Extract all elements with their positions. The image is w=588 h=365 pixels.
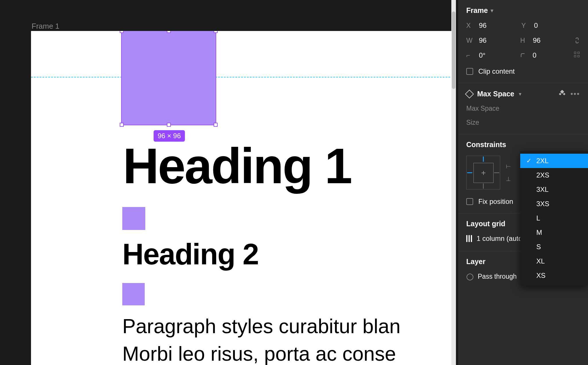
size-option-3xl[interactable]: ✓3XL — [520, 182, 588, 197]
svg-rect-6 — [563, 93, 565, 95]
y-value: 0 — [534, 22, 538, 30]
columns-icon — [466, 235, 472, 242]
heading-1-text[interactable]: Heading 1 — [123, 137, 351, 195]
h-value: 96 — [533, 36, 541, 44]
clip-content-checkbox[interactable]: Clip content — [466, 67, 580, 75]
h-field[interactable]: H 96 — [520, 36, 567, 44]
corner-radius-value: 0 — [533, 51, 536, 59]
resize-handle-bottom-right[interactable] — [214, 123, 218, 127]
spacer-shape-1[interactable] — [122, 207, 145, 230]
vertical-constraint-icon: ⊥ — [506, 175, 511, 182]
size-option-label: 3XL — [536, 186, 549, 194]
svg-rect-3 — [578, 55, 579, 57]
inspector-panel: Frame ▾ X 96 Y 0 W 96 H 96 — [458, 0, 588, 365]
independent-corners-icon[interactable] — [574, 51, 580, 59]
size-option-s[interactable]: ✓S — [520, 240, 588, 254]
selected-shape[interactable] — [122, 31, 216, 125]
size-option-label: M — [536, 229, 542, 237]
y-label: Y — [521, 22, 529, 30]
canvas-area[interactable]: Frame 1 96 × 96 Heading 1 Heading 2 Para… — [0, 0, 456, 365]
x-label: X — [466, 22, 474, 30]
chevron-down-icon: ▾ — [491, 7, 493, 14]
layout-grid-value: 1 column (auto) — [477, 235, 525, 243]
size-option-label: 3XS — [536, 200, 549, 208]
resize-handle-bottom-middle[interactable] — [167, 123, 171, 127]
constraints-title: Constraints — [466, 140, 580, 149]
svg-rect-1 — [578, 52, 579, 54]
size-option-label: 2XL — [536, 157, 549, 165]
frame-section-title[interactable]: Frame ▾ — [466, 6, 580, 15]
horizontal-guide[interactable] — [31, 77, 456, 77]
clip-content-label: Clip content — [478, 67, 515, 75]
frame-section: Frame ▾ X 96 Y 0 W 96 H 96 — [458, 0, 588, 83]
size-option-label: S — [536, 243, 541, 251]
size-option-label: L — [536, 214, 540, 222]
svg-rect-2 — [574, 55, 576, 57]
frame-1[interactable]: 96 × 96 Heading 1 Heading 2 Paragraph st… — [31, 31, 456, 365]
blend-mode-icon: ◯ — [466, 273, 474, 280]
x-value: 96 — [479, 22, 487, 30]
horizontal-constraint-icon: ⊢ — [506, 163, 511, 170]
y-field[interactable]: Y 0 — [521, 22, 569, 30]
heading-2-text[interactable]: Heading 2 — [122, 237, 258, 271]
svg-rect-4 — [560, 90, 564, 94]
more-options-icon[interactable]: ••• — [570, 89, 580, 98]
resize-handle-top-left[interactable] — [120, 31, 124, 33]
svg-rect-0 — [574, 52, 576, 54]
x-field[interactable]: X 96 — [466, 22, 514, 30]
component-diamond-icon — [465, 89, 474, 98]
blend-mode-value[interactable]: Pass through — [478, 273, 517, 280]
angle-icon: ⌐ — [466, 52, 474, 59]
component-name[interactable]: Max Space — [477, 90, 514, 98]
size-option-3xs[interactable]: ✓3XS — [520, 197, 588, 211]
w-value: 96 — [479, 36, 487, 44]
paragraph-text-2[interactable]: Morbi leo risus, porta ac conse — [122, 342, 396, 365]
rotation-value: 0° — [479, 51, 486, 59]
resize-handle-top-right[interactable] — [214, 31, 218, 33]
checkbox-icon — [466, 198, 473, 205]
constraints-widget[interactable]: + — [466, 156, 500, 190]
size-option-2xs[interactable]: ✓2XS — [520, 168, 588, 182]
svg-rect-5 — [559, 93, 561, 95]
swap-instance-icon[interactable] — [559, 89, 565, 98]
rotation-field[interactable]: ⌐ 0° — [466, 51, 512, 59]
paragraph-text-1[interactable]: Paragraph styles curabitur blan — [122, 315, 401, 338]
size-option-xs[interactable]: ✓XS — [520, 268, 588, 283]
frame-label[interactable]: Frame 1 — [32, 22, 59, 31]
check-icon: ✓ — [525, 157, 532, 165]
size-property-label: Size — [466, 119, 479, 126]
size-option-label: XS — [536, 272, 546, 280]
corner-radius-field[interactable]: 0 — [520, 51, 566, 59]
size-option-label: XL — [536, 257, 545, 265]
w-field[interactable]: W 96 — [466, 36, 513, 44]
canvas-scrollbar-vertical[interactable] — [451, 0, 456, 365]
fix-position-label: Fix position — [478, 198, 513, 206]
size-option-l[interactable]: ✓L — [520, 211, 588, 225]
checkbox-icon — [466, 68, 473, 75]
size-option-2xl[interactable]: ✓2XL — [520, 154, 588, 168]
h-label: H — [520, 37, 528, 44]
size-option-label: 2XS — [536, 171, 549, 179]
variant-group-label: Max Space — [466, 105, 580, 112]
resize-handle-top-middle[interactable] — [167, 31, 171, 33]
scrollbar-thumb[interactable] — [452, 11, 455, 89]
chevron-down-icon[interactable]: ▾ — [519, 91, 521, 97]
spacer-shape-2[interactable] — [122, 283, 145, 305]
corner-radius-icon — [520, 52, 528, 58]
link-dimensions-icon[interactable] — [574, 36, 580, 44]
w-label: W — [466, 37, 474, 44]
resize-handle-bottom-left[interactable] — [120, 123, 124, 127]
size-option-xl[interactable]: ✓XL — [520, 254, 588, 268]
frame-title-label: Frame — [466, 6, 488, 15]
constraint-dropdowns[interactable]: ⊢ ⊥ — [506, 163, 511, 182]
size-option-m[interactable]: ✓M — [520, 225, 588, 240]
size-dropdown[interactable]: ✓2XL✓2XS✓3XL✓3XS✓L✓M✓S✓XL✓XS — [520, 151, 588, 286]
component-section: Max Space ▾ ••• Max Space Size — [458, 83, 588, 134]
